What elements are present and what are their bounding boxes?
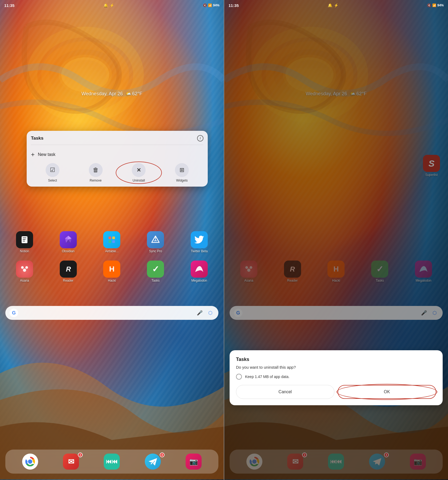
action-remove[interactable]: 🗑 Remove <box>74 163 117 182</box>
info-icon[interactable]: i <box>197 135 203 141</box>
obsidian-app-left[interactable]: Obsidian <box>58 231 79 253</box>
status-icons-right: 🔇 📶 94% <box>427 3 444 7</box>
battery-left: 94% <box>213 3 219 7</box>
hacki-app-left[interactable]: H Hacki <box>101 261 122 282</box>
svg-point-4 <box>21 266 24 269</box>
left-phone-screen: 11:35 🔔 ⚡ 🔇 📶 94% Wednesday, Apr 26 🌤️ 6… <box>0 0 224 480</box>
app-row-2-left: Notion Obsidian Airtable... Sy <box>0 231 224 253</box>
syncpro-app-left[interactable]: Sync Pro <box>145 231 166 253</box>
svg-point-21 <box>28 459 32 464</box>
notion-label-left: Notion <box>20 249 29 253</box>
action-select[interactable]: ☑ Select <box>31 163 74 182</box>
select-icon: ☑ <box>46 163 59 177</box>
twitter-app-left[interactable]: Twitter Beta <box>189 231 210 253</box>
svg-point-0 <box>32 32 139 117</box>
remove-label: Remove <box>90 179 102 182</box>
syncpro-label-left: Sync Pro <box>149 249 162 253</box>
chrome-dock-left[interactable] <box>19 454 41 470</box>
readwise-dock-left[interactable]: ⏮⏮ <box>101 454 122 470</box>
uninstall-label: Uninstall <box>133 179 145 182</box>
uninstall-icon: ✕ <box>132 163 146 177</box>
context-menu-title: Tasks <box>31 136 43 141</box>
svg-rect-16 <box>112 240 115 243</box>
status-bar-right: 11:35 🔔 ⚡ 🔇 📶 94% <box>224 0 448 11</box>
spark-dock-left[interactable]: ✉ 2 <box>60 454 82 470</box>
svg-rect-14 <box>112 237 115 239</box>
status-icons-center-left: 🔔 ⚡ <box>103 3 114 7</box>
asana-label-left: Asana <box>20 279 29 282</box>
tasks-app-left[interactable]: ✓ Tasks <box>145 261 166 282</box>
dialog-title: Tasks <box>236 357 436 362</box>
ok-button[interactable]: OK <box>338 385 437 399</box>
megalodon-app-left[interactable]: Megalodon <box>189 261 210 282</box>
notion-icon-left <box>16 231 33 248</box>
widgets-icon: ⊞ <box>175 163 189 177</box>
svg-point-3 <box>23 269 26 272</box>
screen-dim-right <box>224 0 448 480</box>
search-bar-left[interactable]: G 🎤 ⬡ <box>5 306 218 320</box>
airtable-app-left[interactable]: Airtable... <box>101 231 122 253</box>
dialog-checkbox-row[interactable]: Keep 1.47 MB of app data. <box>236 374 436 380</box>
hacki-label-left: Hacki <box>108 279 116 282</box>
select-label: Select <box>48 179 57 182</box>
uninstall-dialog: Tasks Do you want to uninstall this app?… <box>230 350 443 405</box>
mute-icon-right: 🔇 <box>427 3 431 7</box>
wifi-icon-right: 📶 <box>432 3 436 7</box>
airtable-label-left: Airtable... <box>105 249 119 253</box>
keep-data-radio[interactable] <box>236 374 242 380</box>
widgets-label: Widgets <box>176 179 187 182</box>
dock-left: ✉ 2 ⏮⏮ 4 📷 <box>5 450 218 474</box>
action-widgets[interactable]: ⊞ Widgets <box>160 163 203 182</box>
google-icon-left: G <box>10 309 18 317</box>
screensnap-dock-left[interactable]: 📷 <box>183 454 204 470</box>
airtable-icon-left <box>103 231 120 248</box>
svg-rect-15 <box>109 240 111 243</box>
battery-right: 94% <box>437 3 444 7</box>
asana-app-left[interactable]: Asana <box>14 261 35 282</box>
mute-icon-left: 🔇 <box>203 3 207 7</box>
right-phone-screen: 11:35 🔔 ⚡ 🔇 📶 94% Wednesday, Apr 26 🌤️ 6… <box>224 0 448 480</box>
status-icons-center-right: 🔔 ⚡ <box>328 3 338 7</box>
screensnap-icon-left: 📷 <box>186 454 202 470</box>
status-time-right: 11:35 <box>229 3 239 8</box>
reader-label-left: Reader <box>63 279 73 282</box>
app-row-1-left: Asana R Reader H Hacki ✓ Tasks Megalodon <box>0 261 224 282</box>
megalodon-icon-left <box>191 261 208 278</box>
hacki-icon-left: H <box>103 261 120 278</box>
chrome-icon-left <box>22 454 38 470</box>
bluetooth-icon-left: ⚡ <box>110 3 114 7</box>
context-menu-header: Tasks i <box>31 135 203 145</box>
plus-icon: + <box>31 151 35 158</box>
cancel-button[interactable]: Cancel <box>236 385 334 399</box>
syncpro-icon-left <box>147 231 164 248</box>
date-text-left: Wednesday, Apr 26 <box>81 91 123 97</box>
action-uninstall[interactable]: ✕ Uninstall <box>117 163 161 182</box>
notification-icon-right: 🔔 <box>328 3 332 7</box>
tasks-label-left: Tasks <box>151 279 160 282</box>
status-bar-left: 11:35 🔔 ⚡ 🔇 📶 94% <box>0 0 224 11</box>
megalodon-label-left: Megalodon <box>191 279 207 282</box>
lens-icon-left[interactable]: ⬡ <box>207 309 214 317</box>
context-menu-actions: ☑ Select 🗑 Remove ✕ Uninstall ⊞ Widgets <box>31 163 203 182</box>
notification-icon-left: 🔔 <box>103 3 108 7</box>
date-widget-left: Wednesday, Apr 26 🌤️ 62°F <box>0 91 224 97</box>
weather-left: 🌤️ 62°F <box>125 91 142 97</box>
spark-badge-left: 2 <box>78 453 83 457</box>
twitter-label-left: Twitter Beta <box>191 249 207 253</box>
tasks-icon-left: ✓ <box>147 261 164 278</box>
dialog-buttons: Cancel OK <box>236 385 436 399</box>
microphone-icon-left[interactable]: 🎤 <box>196 309 203 317</box>
bluetooth-icon-right: ⚡ <box>334 3 338 7</box>
notion-app-left[interactable]: Notion <box>14 231 35 253</box>
svg-point-2 <box>61 57 109 92</box>
obsidian-icon-left <box>60 231 77 248</box>
new-task-row[interactable]: + New task <box>31 149 203 160</box>
telegram-badge-left: 4 <box>160 453 165 457</box>
svg-point-5 <box>25 266 28 269</box>
wifi-icon-left: 📶 <box>208 3 212 7</box>
readwise-icon-left: ⏮⏮ <box>104 454 120 470</box>
reader-app-left[interactable]: R Reader <box>58 261 79 282</box>
twitter-icon-left <box>191 231 208 248</box>
context-menu: Tasks i + New task ☑ Select 🗑 Remove ✕ U… <box>27 131 208 187</box>
telegram-dock-left[interactable]: 4 <box>142 454 163 470</box>
